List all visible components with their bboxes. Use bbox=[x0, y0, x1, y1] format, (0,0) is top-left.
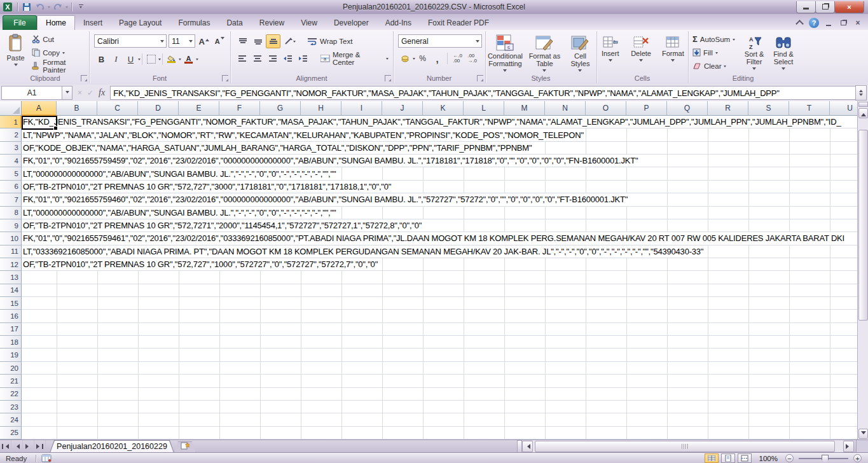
row-header-22[interactable]: 22 bbox=[0, 388, 22, 401]
cell-row-1[interactable]: FK,"KD_JENIS_TRANSAKSI","FG_PENGGANTI","… bbox=[22, 116, 843, 128]
prev-sheet-button[interactable] bbox=[11, 440, 23, 453]
row-header-6[interactable]: 6 bbox=[0, 181, 22, 193]
italic-button[interactable]: I bbox=[109, 52, 123, 66]
column-header-U[interactable]: U bbox=[830, 101, 857, 116]
horizontal-scrollbar[interactable] bbox=[533, 440, 843, 453]
tab-add-ins[interactable]: Add-Ins bbox=[377, 16, 420, 30]
window-restore-button[interactable] bbox=[815, 1, 835, 13]
grow-font-button[interactable]: A bbox=[197, 34, 211, 48]
row-header-18[interactable]: 18 bbox=[0, 336, 22, 349]
formula-scroll-up-icon[interactable] bbox=[859, 88, 863, 92]
workbook-minimize-icon[interactable] bbox=[823, 18, 834, 27]
column-header-G[interactable]: G bbox=[260, 101, 301, 116]
workbook-close-icon[interactable]: × bbox=[853, 18, 863, 27]
align-middle-icon[interactable] bbox=[251, 34, 265, 48]
column-header-L[interactable]: L bbox=[464, 101, 504, 116]
decrease-decimal-icon[interactable]: .00→.0 bbox=[465, 52, 479, 66]
orientation-icon[interactable] bbox=[281, 34, 299, 48]
scroll-down-button[interactable] bbox=[858, 429, 868, 439]
horizontal-scroll-thumb[interactable] bbox=[535, 441, 835, 452]
tab-foxit-reader-pdf[interactable]: Foxit Reader PDF bbox=[420, 16, 497, 30]
next-sheet-button[interactable] bbox=[23, 440, 34, 453]
row-header-9[interactable]: 9 bbox=[0, 219, 22, 232]
column-header-F[interactable]: F bbox=[219, 101, 260, 116]
scroll-up-button[interactable] bbox=[858, 108, 868, 118]
alignment-dialog-launcher-icon[interactable] bbox=[385, 75, 391, 81]
align-left-icon[interactable] bbox=[235, 52, 250, 66]
row-header-8[interactable]: 8 bbox=[0, 207, 22, 219]
column-header-E[interactable]: E bbox=[179, 101, 219, 116]
sort-filter-button[interactable]: AZ Sort & Filter bbox=[740, 32, 769, 78]
column-header-T[interactable]: T bbox=[789, 101, 830, 116]
cell-row-5[interactable]: LT,"000000000000000","AB/ABUN","SUNGAI B… bbox=[22, 167, 338, 179]
row-header-3[interactable]: 3 bbox=[0, 142, 22, 155]
format-as-table-button[interactable]: Format as Table bbox=[527, 32, 563, 77]
cell-row-6[interactable]: OF,"TB-2TPN010","2T PREMNAS 10 GR","572,… bbox=[22, 181, 393, 193]
tab-page-layout[interactable]: Page Layout bbox=[111, 16, 170, 30]
wrap-text-button[interactable]: Wrap Text bbox=[306, 35, 354, 48]
cell-row-9[interactable]: OF,"TB-2TPN010","2T PREMNAS 10 GR","572,… bbox=[22, 219, 424, 232]
percent-style-icon[interactable]: % bbox=[415, 52, 430, 66]
clear-button[interactable]: Clear bbox=[691, 59, 737, 73]
tab-view[interactable]: View bbox=[293, 16, 326, 30]
font-size-select[interactable]: 11 bbox=[169, 34, 195, 48]
tab-file[interactable]: File bbox=[3, 15, 37, 30]
select-all-corner[interactable] bbox=[0, 101, 22, 116]
column-header-R[interactable]: R bbox=[708, 101, 748, 116]
minimize-ribbon-icon[interactable] bbox=[794, 18, 804, 27]
row-header-13[interactable]: 13 bbox=[0, 271, 22, 284]
column-header-I[interactable]: I bbox=[341, 101, 382, 116]
align-top-icon[interactable] bbox=[235, 34, 250, 48]
borders-icon[interactable] bbox=[144, 52, 158, 66]
row-header-21[interactable]: 21 bbox=[0, 375, 22, 387]
normal-view-button[interactable] bbox=[705, 453, 719, 463]
accounting-format-icon[interactable] bbox=[398, 52, 413, 66]
comma-style-icon[interactable]: , bbox=[430, 52, 444, 66]
sheet-tab-active[interactable]: Penjualan20160201_20160229 bbox=[50, 440, 174, 453]
font-name-select[interactable]: Calibri bbox=[94, 34, 167, 48]
font-dialog-launcher-icon[interactable] bbox=[222, 75, 228, 81]
cell-row-7[interactable]: FK,"01","0","9021655759460","02","2016",… bbox=[22, 193, 630, 205]
row-header-14[interactable]: 14 bbox=[0, 284, 22, 297]
row-header-23[interactable]: 23 bbox=[0, 401, 22, 413]
align-center-icon[interactable] bbox=[251, 52, 265, 66]
macro-record-icon[interactable] bbox=[41, 454, 52, 462]
formula-content[interactable]: FK,"KD_JENIS_TRANSAKSI","FG_PENGGANTI","… bbox=[110, 86, 855, 100]
autosum-button[interactable]: Σ AutoSum bbox=[691, 32, 737, 46]
format-cells-button[interactable]: Format bbox=[658, 33, 688, 78]
column-header-S[interactable]: S bbox=[748, 101, 789, 116]
cell-row-10[interactable]: FK,"01","0","9021655759461","02","2016",… bbox=[22, 232, 846, 244]
number-format-select[interactable]: General bbox=[398, 34, 482, 48]
fill-handle[interactable] bbox=[53, 126, 58, 130]
zoom-slider[interactable] bbox=[799, 458, 848, 459]
vertical-split-handle[interactable] bbox=[858, 102, 868, 107]
cell-row-4[interactable]: FK,"01","0","9021655759459","02","2016",… bbox=[22, 155, 640, 167]
horizontal-split-handle[interactable] bbox=[517, 440, 522, 453]
underline-button[interactable]: U bbox=[123, 52, 138, 66]
tab-insert[interactable]: Insert bbox=[75, 16, 111, 30]
row-header-4[interactable]: 4 bbox=[0, 155, 22, 167]
paste-button[interactable]: Paste bbox=[1, 31, 30, 76]
row-header-10[interactable]: 10 bbox=[0, 232, 22, 245]
workbook-restore-icon[interactable] bbox=[838, 18, 848, 27]
cell-row-3[interactable]: OF,"KODE_OBJEK","NAMA","HARGA_SATUAN","J… bbox=[22, 142, 534, 154]
last-sheet-button[interactable] bbox=[34, 440, 46, 453]
insert-function-icon[interactable]: fx bbox=[99, 88, 105, 98]
window-minimize-button[interactable] bbox=[796, 1, 816, 13]
copy-button[interactable]: Copy bbox=[30, 46, 89, 59]
tab-developer[interactable]: Developer bbox=[326, 16, 377, 30]
column-header-B[interactable]: B bbox=[57, 101, 97, 116]
delete-cells-button[interactable]: Delete bbox=[626, 33, 655, 78]
hscroll-right-button[interactable] bbox=[843, 441, 854, 452]
row-header-25[interactable]: 25 bbox=[0, 427, 22, 439]
row-header-15[interactable]: 15 bbox=[0, 297, 22, 310]
page-break-view-button[interactable] bbox=[738, 453, 752, 463]
column-header-O[interactable]: O bbox=[586, 101, 626, 116]
row-header-24[interactable]: 24 bbox=[0, 413, 22, 426]
row-header-1[interactable]: 1 bbox=[0, 116, 22, 128]
find-select-button[interactable]: Find & Select bbox=[769, 32, 798, 78]
column-header-P[interactable]: P bbox=[626, 101, 667, 116]
row-header-12[interactable]: 12 bbox=[0, 258, 22, 271]
tab-formulas[interactable]: Formulas bbox=[170, 16, 218, 30]
column-header-Q[interactable]: Q bbox=[667, 101, 708, 116]
